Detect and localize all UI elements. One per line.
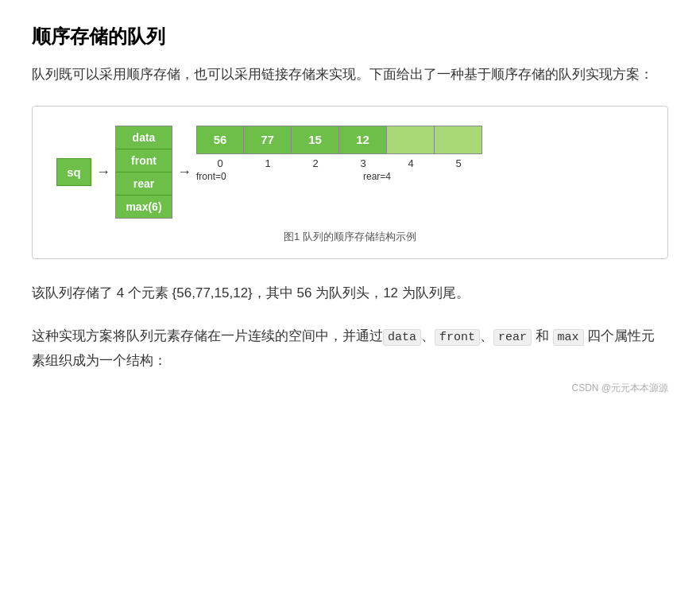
- array-cell-3: 12: [339, 126, 387, 154]
- intro-text: 队列既可以采用顺序存储，也可以采用链接存储来实现。下面给出了一种基于顺序存储的队…: [32, 64, 668, 87]
- index-2: 2: [292, 154, 339, 169]
- detail-sep-2: 、: [480, 328, 493, 343]
- struct-cell-rear: rear: [116, 173, 172, 196]
- struct-cell-data: data: [116, 126, 172, 149]
- struct-cell-max: max(6): [116, 196, 172, 218]
- detail-text: 这种实现方案将队列元素存储在一片连续的空间中，并通过data、front、rea…: [32, 324, 668, 373]
- struct-arrow-row: sq → data front rear max(6) → 56 77 15 1…: [56, 126, 644, 219]
- array-cell-4: [387, 126, 435, 154]
- struct-block: data front rear max(6): [115, 126, 172, 219]
- front-label: front=0: [196, 171, 226, 182]
- diagram-inner: sq → data front rear max(6) → 56 77 15 1…: [56, 126, 644, 244]
- array-cell-0: 56: [196, 126, 244, 154]
- index-row: 0 1 2 3 4 5: [196, 154, 482, 169]
- arrow-2: →: [172, 164, 196, 180]
- csdn-watermark: CSDN @元元本本源源: [32, 382, 668, 395]
- index-5: 5: [435, 154, 482, 169]
- array-cell-1: 77: [244, 126, 292, 154]
- index-3: 3: [339, 154, 387, 169]
- array-cell-5: [435, 126, 482, 154]
- detail-code-front: front: [435, 329, 480, 346]
- detail-sep-1: 、: [421, 328, 435, 343]
- array-section: 56 77 15 12 0 1 2 3 4 5 front=0: [196, 126, 482, 188]
- summary-text: 该队列存储了 4 个元素 {56,77,15,12}，其中 56 为队列头，12…: [32, 281, 668, 306]
- arrow-1: →: [91, 164, 115, 180]
- page-title: 顺序存储的队列: [32, 24, 668, 49]
- detail-sep-3: 和: [532, 328, 552, 343]
- rear-label: rear=4: [363, 171, 391, 182]
- detail-code-data: data: [383, 329, 421, 346]
- fig-caption: 图1 队列的顺序存储结构示例: [56, 230, 644, 244]
- index-0: 0: [196, 154, 244, 169]
- array-row: 56 77 15 12: [196, 126, 482, 154]
- detail-code-rear: rear: [493, 329, 532, 346]
- detail-prefix: 这种实现方案将队列元素存储在一片连续的空间中，并通过: [32, 328, 383, 343]
- sq-box: sq: [56, 158, 91, 186]
- detail-code-max: max: [553, 329, 584, 346]
- diagram-container: sq → data front rear max(6) → 56 77 15 1…: [32, 106, 668, 259]
- index-4: 4: [387, 154, 435, 169]
- struct-cell-front: front: [116, 149, 172, 173]
- index-1: 1: [244, 154, 292, 169]
- array-cell-2: 15: [292, 126, 339, 154]
- label-row: front=0 rear=4: [196, 171, 482, 188]
